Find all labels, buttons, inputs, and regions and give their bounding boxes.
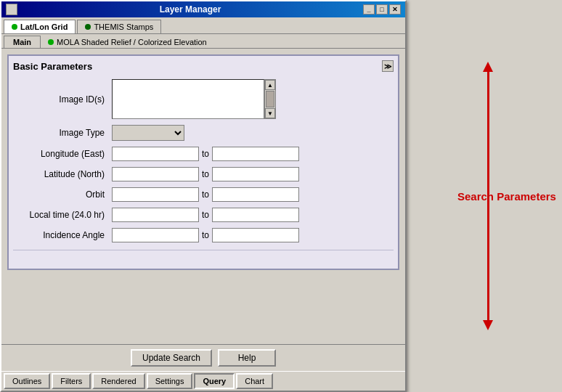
form-grid: Image ID(s) ▲ ▼ Image Type — [13, 79, 394, 242]
latitude-to-label: to — [202, 169, 209, 179]
longitude-east-to[interactable] — [212, 147, 299, 161]
tab-chart-label: Chart — [245, 377, 264, 385]
image-type-field — [112, 125, 394, 141]
image-ids-scrollbar[interactable]: ▲ ▼ — [264, 79, 276, 119]
latitude-north-from[interactable] — [112, 167, 199, 181]
local-time-label: Local time (24.0 hr) — [13, 210, 107, 220]
latitude-north-label: Latitude (North) — [13, 169, 107, 179]
arrow-head-up — [483, 62, 493, 72]
tab-chart[interactable]: Chart — [236, 373, 273, 389]
tab-lat-lon-grid[interactable]: Lat/Lon Grid — [4, 20, 76, 33]
tab-lat-lon-grid-label: Lat/Lon Grid — [20, 23, 68, 31]
local-time-field: to — [112, 208, 394, 222]
incidence-angle-field: to — [112, 228, 394, 242]
tab-query-label: Query — [203, 377, 226, 385]
basic-parameters-panel: Basic Parameters ≫ Image ID(s) ▲ ▼ — [7, 54, 399, 270]
collapse-button[interactable]: ≫ — [382, 60, 394, 72]
main-content: Basic Parameters ≫ Image ID(s) ▲ ▼ — [1, 49, 405, 344]
image-type-label: Image Type — [13, 128, 107, 138]
layer-manager-window: Layer Manager _ □ ✕ Lat/Lon Grid THEMIS … — [0, 0, 407, 392]
close-button[interactable]: ✕ — [389, 4, 401, 15]
orbit-field: to — [112, 187, 394, 202]
tab-rendered-label: Rendered — [101, 377, 136, 385]
local-time-from[interactable] — [112, 208, 199, 222]
latitude-north-field: to — [112, 167, 394, 181]
tab-outlines-label: Outlines — [12, 377, 41, 385]
arrow-head-down — [483, 320, 493, 330]
help-button[interactable]: Help — [218, 349, 276, 367]
update-search-button[interactable]: Update Search — [131, 349, 212, 367]
sub-tab-dot — [48, 39, 54, 45]
annotation-sidebar: Search Parameters — [407, 0, 562, 392]
tab-themis-stamps[interactable]: THEMIS Stamps — [77, 20, 161, 33]
tab-query[interactable]: Query — [194, 373, 235, 389]
longitude-to-label: to — [202, 149, 209, 159]
incidence-angle-label: Incidence Angle — [13, 230, 107, 240]
incidence-angle-to-label: to — [202, 230, 209, 240]
sub-tab-main-label: Main — [13, 38, 31, 46]
sub-tab-title-area: MOLA Shaded Relief / Colorized Elevation — [42, 36, 213, 48]
themis-stamps-dot — [85, 24, 91, 30]
annotation-label: Search Parameters — [457, 190, 556, 203]
local-time-to-label: to — [202, 210, 209, 220]
bottom-toolbar: Update Search Help — [1, 344, 405, 371]
title-bar: Layer Manager _ □ ✕ — [1, 1, 405, 17]
tab-rendered[interactable]: Rendered — [92, 373, 144, 389]
longitude-east-from[interactable] — [112, 147, 199, 161]
longitude-east-field: to — [112, 147, 394, 161]
tab-settings-label: Settings — [155, 377, 184, 385]
image-ids-input[interactable] — [112, 79, 264, 119]
section-title: Basic Parameters — [13, 61, 92, 72]
title-bar-controls: _ □ ✕ — [363, 4, 401, 15]
window-icon — [6, 4, 17, 15]
sub-tab-bar: Main MOLA Shaded Relief / Colorized Elev… — [1, 34, 405, 49]
sub-tab-main[interactable]: Main — [4, 36, 41, 48]
minimize-button[interactable]: _ — [363, 4, 375, 15]
tab-filters[interactable]: Filters — [52, 373, 91, 389]
image-ids-label: Image ID(s) — [13, 94, 107, 105]
sub-tab-layer-title: MOLA Shaded Relief / Colorized Elevation — [57, 38, 207, 46]
local-time-to[interactable] — [212, 208, 299, 222]
orbit-from[interactable] — [112, 187, 199, 202]
image-ids-field: ▲ ▼ — [112, 79, 394, 119]
scroll-thumb[interactable] — [266, 91, 274, 107]
section-header: Basic Parameters ≫ — [13, 60, 394, 72]
tab-filters-label: Filters — [60, 377, 82, 385]
maximize-button[interactable]: □ — [376, 4, 388, 15]
orbit-to-label: to — [202, 189, 209, 200]
tab-settings[interactable]: Settings — [147, 373, 193, 389]
cutoff-spacer — [13, 250, 394, 264]
bottom-tab-bar: Outlines Filters Rendered Settings Query… — [1, 371, 405, 391]
scroll-up-arrow[interactable]: ▲ — [265, 80, 275, 90]
top-tab-bar: Lat/Lon Grid THEMIS Stamps — [1, 17, 405, 34]
window-title: Layer Manager — [160, 4, 221, 15]
incidence-angle-to[interactable] — [212, 228, 299, 242]
latitude-north-to[interactable] — [212, 167, 299, 181]
incidence-angle-from[interactable] — [112, 228, 199, 242]
longitude-east-label: Longitude (East) — [13, 149, 107, 159]
tab-outlines[interactable]: Outlines — [4, 373, 50, 389]
image-type-select[interactable] — [112, 125, 184, 141]
tab-themis-stamps-label: THEMIS Stamps — [94, 23, 153, 31]
scroll-area[interactable]: Basic Parameters ≫ Image ID(s) ▲ ▼ — [1, 49, 405, 344]
orbit-to[interactable] — [212, 187, 299, 202]
scroll-down-arrow[interactable]: ▼ — [265, 108, 275, 118]
orbit-label: Orbit — [13, 189, 107, 200]
lat-lon-grid-dot — [12, 24, 17, 30]
